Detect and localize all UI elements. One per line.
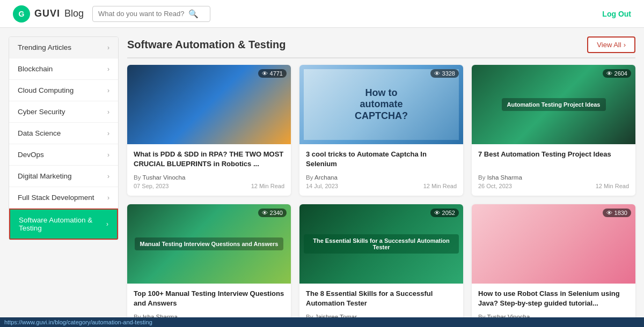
card-image-essential-skills: The Essential Skills for a Successful Au…	[299, 204, 463, 284]
captcha-text: How toautomateCAPTCHA?	[355, 87, 408, 122]
views-count: 2340	[270, 210, 283, 216]
views-count: 1830	[614, 210, 627, 216]
logo-icon: G	[13, 5, 30, 23]
card-title-essential-skills: The 8 Essential Skills for a Successful …	[306, 289, 457, 310]
chevron-right-icon: ›	[107, 151, 109, 159]
chevron-right-icon: ›	[107, 65, 109, 73]
card-footer-captcha: 14 Jul, 202312 Min Read	[306, 183, 457, 189]
views-count: 4771	[270, 70, 283, 77]
card-image-manual-testing: Manual Testing Interview Questions and A…	[127, 204, 291, 284]
card-author-automation-testing: By Isha Sharma	[478, 174, 629, 181]
section-header: Software Automation & Testing View All ›	[127, 36, 635, 58]
sidebar-item-label: Cloud Computing	[18, 86, 74, 94]
card-title-rpa: What is PDD & SDD in RPA? THE TWO MOST C…	[134, 150, 284, 171]
card-title-manual-testing: Top 100+ Manual Testing Interview Questi…	[134, 289, 284, 310]
content-area: Software Automation & Testing View All ›…	[127, 36, 635, 327]
sidebar-item-label: Digital Marketing	[18, 172, 72, 180]
card-overlay-text: Automation Testing Project Ideas	[502, 98, 606, 111]
logo-name: GUVI	[34, 8, 60, 19]
eye-icon: 👁	[262, 70, 268, 77]
article-card-essential-skills[interactable]: The Essential Skills for a Successful Au…	[299, 204, 463, 327]
article-card-rpa[interactable]: 👁4771What is PDD & SDD in RPA? THE TWO M…	[127, 65, 291, 196]
search-icon[interactable]: 🔍	[188, 9, 199, 19]
card-footer-rpa: 07 Sep, 202312 Min Read	[134, 183, 284, 189]
view-all-button[interactable]: View All ›	[587, 36, 635, 53]
eye-icon: 👁	[606, 210, 612, 216]
eye-icon: 👁	[606, 70, 612, 77]
logo-area: G GUVI Blog	[13, 5, 84, 23]
sidebar-item-label: Blockchain	[18, 65, 53, 73]
views-badge: 👁2604	[603, 69, 631, 78]
cards-grid: 👁4771What is PDD & SDD in RPA? THE TWO M…	[127, 65, 635, 327]
sidebar-item-label: Cyber Security	[18, 108, 65, 116]
status-url: https://www.guvi.in/blog/category/automa…	[4, 319, 152, 325]
header: G GUVI Blog 🔍 Log Out	[0, 0, 644, 28]
views-badge: 👁4771	[258, 69, 287, 78]
views-badge: 👁1830	[603, 209, 631, 217]
sidebar-item-label: Data Science	[18, 129, 61, 137]
views-count: 2604	[614, 70, 627, 77]
views-count: 2052	[442, 210, 455, 216]
sidebar-item-label: Full Stack Development	[18, 194, 94, 202]
sidebar-item-cloud-computing[interactable]: Cloud Computing›	[9, 80, 118, 101]
sidebar-item-software-automation[interactable]: Software Automation & Testing›	[9, 209, 118, 240]
card-read-time: 12 Min Read	[596, 183, 629, 189]
logout-button[interactable]: Log Out	[602, 10, 631, 18]
card-footer-automation-testing: 26 Oct, 202312 Min Read	[478, 183, 629, 189]
card-title-captcha: 3 cool tricks to Automate Captcha In Sel…	[306, 150, 457, 171]
view-all-label: View All	[597, 41, 621, 49]
card-overlay-text: Manual Testing Interview Questions and A…	[135, 237, 284, 250]
card-author-captcha: By Archana	[306, 174, 457, 181]
section-title: Software Automation & Testing	[127, 39, 286, 51]
arrow-right-icon: ›	[624, 41, 626, 49]
views-badge: 👁3328	[430, 69, 459, 78]
chevron-right-icon: ›	[107, 44, 109, 51]
main-container: Trending Articles›Blockchain›Cloud Compu…	[0, 28, 644, 327]
article-card-captcha[interactable]: How toautomateCAPTCHA?👁33283 cool tricks…	[299, 65, 463, 196]
sidebar-item-trending[interactable]: Trending Articles›	[9, 37, 118, 58]
sidebar-item-blockchain[interactable]: Blockchain›	[9, 58, 118, 80]
card-read-time: 12 Min Read	[251, 183, 284, 189]
sidebar-item-label: DevOps	[18, 151, 44, 159]
chevron-right-icon: ›	[107, 194, 109, 202]
sidebar-inner: Trending Articles›Blockchain›Cloud Compu…	[9, 36, 119, 240]
captcha-overlay: How toautomateCAPTCHA?	[304, 69, 459, 140]
sidebar-item-devops[interactable]: DevOps›	[9, 144, 118, 166]
article-card-manual-testing[interactable]: Manual Testing Interview Questions and A…	[127, 204, 291, 327]
blog-label: Blog	[64, 8, 84, 19]
card-image-robot-class: 👁1830	[472, 204, 635, 284]
chevron-right-icon: ›	[107, 173, 109, 180]
chevron-right-icon: ›	[106, 220, 108, 228]
sidebar-item-digital-marketing[interactable]: Digital Marketing›	[9, 166, 118, 187]
sidebar-item-cyber-security[interactable]: Cyber Security›	[9, 101, 118, 123]
card-date: 14 Jul, 2023	[306, 183, 338, 189]
card-title-automation-testing: 7 Best Automation Testing Project Ideas	[478, 150, 629, 171]
card-title-robot-class: How to use Robot Class in Selenium using…	[478, 289, 629, 310]
views-badge: 👁2052	[430, 209, 459, 217]
card-date: 07 Sep, 2023	[134, 183, 169, 189]
sidebar-item-full-stack[interactable]: Full Stack Development›	[9, 187, 118, 209]
chevron-right-icon: ›	[107, 130, 109, 137]
card-author-rpa: By Tushar Vinocha	[134, 174, 284, 181]
status-bar: https://www.guvi.in/blog/category/automa…	[0, 317, 644, 327]
chevron-right-icon: ›	[107, 87, 109, 94]
card-image-captcha: How toautomateCAPTCHA?👁3328	[299, 65, 463, 144]
card-overlay-text: The Essential Skills for a Successful Au…	[304, 234, 459, 254]
views-badge: 👁2340	[258, 209, 287, 217]
sidebar-item-label: Trending Articles	[18, 43, 71, 51]
search-bar: 🔍	[92, 6, 210, 22]
sidebar-item-data-science[interactable]: Data Science›	[9, 123, 118, 144]
sidebar: Trending Articles›Blockchain›Cloud Compu…	[9, 36, 119, 327]
eye-icon: 👁	[434, 210, 440, 216]
sidebar-item-label: Software Automation & Testing	[19, 216, 106, 232]
card-image-rpa: 👁4771	[127, 65, 291, 144]
search-input[interactable]	[98, 10, 184, 18]
card-date: 26 Oct, 2023	[478, 183, 512, 189]
views-count: 3328	[442, 70, 455, 77]
article-card-automation-testing[interactable]: Automation Testing Project Ideas👁26047 B…	[472, 65, 635, 196]
article-card-robot-class[interactable]: 👁1830How to use Robot Class in Selenium …	[472, 204, 635, 327]
chevron-right-icon: ›	[107, 108, 109, 116]
eye-icon: 👁	[434, 70, 440, 77]
card-image-automation-testing: Automation Testing Project Ideas👁2604	[472, 65, 635, 144]
eye-icon: 👁	[262, 210, 268, 216]
